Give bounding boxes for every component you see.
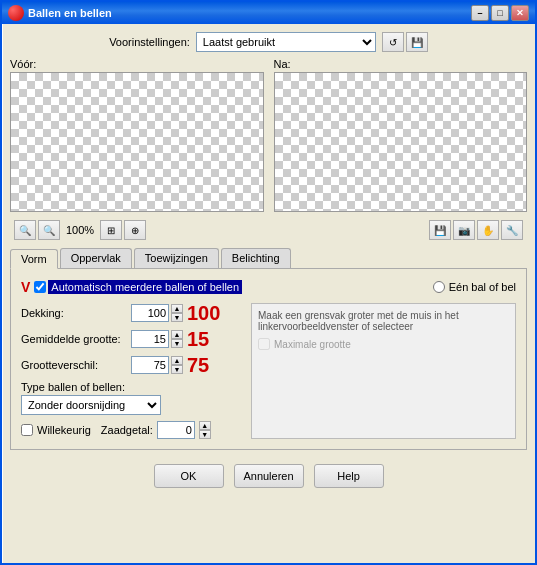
pan-button[interactable]: ✋ — [477, 220, 499, 240]
window-title: Ballen en bellen — [28, 7, 112, 19]
title-buttons: – □ ✕ — [471, 5, 529, 21]
app-icon — [8, 5, 24, 21]
dekking-big: 100 — [187, 303, 220, 323]
tab-container: Vorm Oppervlak Toewijzingen Belichting V… — [10, 248, 527, 450]
een-bal-label: Eén bal of bel — [449, 281, 516, 293]
type-label: Type ballen of bellen: — [21, 381, 241, 393]
bottom-row: Willekeurig Zaadgetal: ▲ ▼ — [21, 421, 241, 439]
tab-toewijzingen[interactable]: Toewijzingen — [134, 248, 219, 268]
close-button[interactable]: ✕ — [511, 5, 529, 21]
type-row: Type ballen of bellen: Zonder doorsnijdi… — [21, 381, 241, 415]
zoom-out-button[interactable]: 🔍 — [14, 220, 36, 240]
help-button[interactable]: Help — [314, 464, 384, 488]
dekking-up[interactable]: ▲ — [171, 304, 183, 313]
type-select[interactable]: Zonder doorsnijding — [21, 395, 161, 415]
preset-select[interactable]: Laatst gebruikt — [196, 32, 376, 52]
auto-label: Automatisch meerdere ballen of bellen — [48, 280, 242, 294]
gem-grootte-down[interactable]: ▼ — [171, 339, 183, 348]
dekking-down[interactable]: ▼ — [171, 313, 183, 322]
gem-grootte-label: Gemiddelde grootte: — [21, 333, 131, 345]
preview-after-canvas[interactable] — [274, 72, 528, 212]
options-button[interactable]: 🔧 — [501, 220, 523, 240]
form-and-info: Dekking: ▲ ▼ 100 — [21, 303, 516, 439]
dialog-content: Voorinstellingen: Laatst gebruikt ↺ 💾 Vó… — [2, 24, 535, 563]
preview-before-label: Vóór: — [10, 58, 264, 70]
grootte-verschil-spin: ▲ ▼ — [171, 356, 183, 374]
max-size-row: Maximale grootte — [258, 338, 509, 350]
gem-grootte-input-group: ▲ ▼ 15 — [131, 329, 209, 349]
title-bar-left: Ballen en bellen — [8, 5, 112, 21]
ok-button[interactable]: OK — [154, 464, 224, 488]
grootte-verschil-row: Grootteverschil: ▲ ▼ 75 — [21, 355, 241, 375]
grootte-verschil-down[interactable]: ▼ — [171, 365, 183, 374]
preview-before-canvas[interactable] — [10, 72, 264, 212]
gem-grootte-big: 15 — [187, 329, 209, 349]
dekking-input-group: ▲ ▼ 100 — [131, 303, 220, 323]
tab-belichting[interactable]: Belichting — [221, 248, 291, 268]
preset-icons: ↺ 💾 — [382, 32, 428, 52]
minimize-button[interactable]: – — [471, 5, 489, 21]
auto-row: V Automatisch meerdere ballen of bellen … — [21, 279, 516, 295]
grootte-verschil-input[interactable] — [131, 356, 169, 374]
dekking-input[interactable] — [131, 304, 169, 322]
zaad-up[interactable]: ▲ — [199, 421, 211, 430]
max-grootte-checkbox — [258, 338, 270, 350]
zoom-pct: 100% — [62, 224, 98, 236]
zoom-left: 🔍 🔍 100% ⊞ ⊕ — [14, 220, 146, 240]
annuleren-button[interactable]: Annuleren — [234, 464, 304, 488]
grootte-verschil-label: Grootteverschil: — [21, 359, 131, 371]
grootte-verschil-up[interactable]: ▲ — [171, 356, 183, 365]
info-section: Maak een grensvak groter met de muis in … — [251, 303, 516, 439]
willekeurig-row: Willekeurig — [21, 424, 91, 436]
gem-grootte-input[interactable] — [131, 330, 169, 348]
grootte-verschil-big: 75 — [187, 355, 209, 375]
red-v-icon: V — [21, 279, 30, 295]
een-bal-radio-group: Eén bal of bel — [433, 281, 516, 293]
form-section: Dekking: ▲ ▼ 100 — [21, 303, 241, 439]
zaad-input[interactable] — [157, 421, 195, 439]
preview-after-section: Na: — [274, 58, 528, 212]
title-bar: Ballen en bellen – □ ✕ — [2, 2, 535, 24]
een-bal-radio[interactable] — [433, 281, 445, 293]
tab-oppervlak[interactable]: Oppervlak — [60, 248, 132, 268]
preset-reset-button[interactable]: ↺ — [382, 32, 404, 52]
zoom-right: 💾 📷 ✋ 🔧 — [429, 220, 523, 240]
preset-row: Voorinstellingen: Laatst gebruikt ↺ 💾 — [10, 32, 527, 52]
auto-checkbox-group: Automatisch meerdere ballen of bellen — [34, 280, 412, 294]
tab-content-vorm: V Automatisch meerdere ballen of bellen … — [10, 269, 527, 450]
preview-before-section: Vóór: — [10, 58, 264, 212]
willekeurig-checkbox[interactable] — [21, 424, 33, 436]
tabs: Vorm Oppervlak Toewijzingen Belichting — [10, 248, 527, 269]
zoom-in-button[interactable]: 🔍 — [38, 220, 60, 240]
willekeurig-label: Willekeurig — [37, 424, 91, 436]
max-grootte-label: Maximale grootte — [274, 339, 351, 350]
auto-checkbox[interactable] — [34, 281, 46, 293]
tab-vorm[interactable]: Vorm — [10, 249, 58, 269]
preview-after-label: Na: — [274, 58, 528, 70]
gem-grootte-up[interactable]: ▲ — [171, 330, 183, 339]
preset-label: Voorinstellingen: — [109, 36, 190, 48]
gem-grootte-spin: ▲ ▼ — [171, 330, 183, 348]
zaad-down[interactable]: ▼ — [199, 430, 211, 439]
zoom-toolbar: 🔍 🔍 100% ⊞ ⊕ 💾 📷 ✋ 🔧 — [10, 218, 527, 242]
dekking-spin: ▲ ▼ — [171, 304, 183, 322]
zaad-spin: ▲ ▼ — [199, 421, 211, 439]
copy-button[interactable]: 📷 — [453, 220, 475, 240]
info-text: Maak een grensvak groter met de muis in … — [258, 310, 509, 332]
gem-grootte-row: Gemiddelde grootte: ▲ ▼ 15 — [21, 329, 241, 349]
main-window: Ballen en bellen – □ ✕ Voorinstellingen:… — [0, 0, 537, 565]
previews-row: Vóór: Na: — [10, 58, 527, 212]
button-bar: OK Annuleren Help — [10, 456, 527, 496]
zaad-label: Zaadgetal: — [101, 424, 153, 436]
dekking-label: Dekking: — [21, 307, 131, 319]
grootte-verschil-input-group: ▲ ▼ 75 — [131, 355, 209, 375]
zoom-reset-button[interactable]: ⊕ — [124, 220, 146, 240]
zaad-row: Zaadgetal: ▲ ▼ — [101, 421, 211, 439]
maximize-button[interactable]: □ — [491, 5, 509, 21]
fit-button[interactable]: ⊞ — [100, 220, 122, 240]
save-preview-button[interactable]: 💾 — [429, 220, 451, 240]
dekking-row: Dekking: ▲ ▼ 100 — [21, 303, 241, 323]
preset-save-button[interactable]: 💾 — [406, 32, 428, 52]
